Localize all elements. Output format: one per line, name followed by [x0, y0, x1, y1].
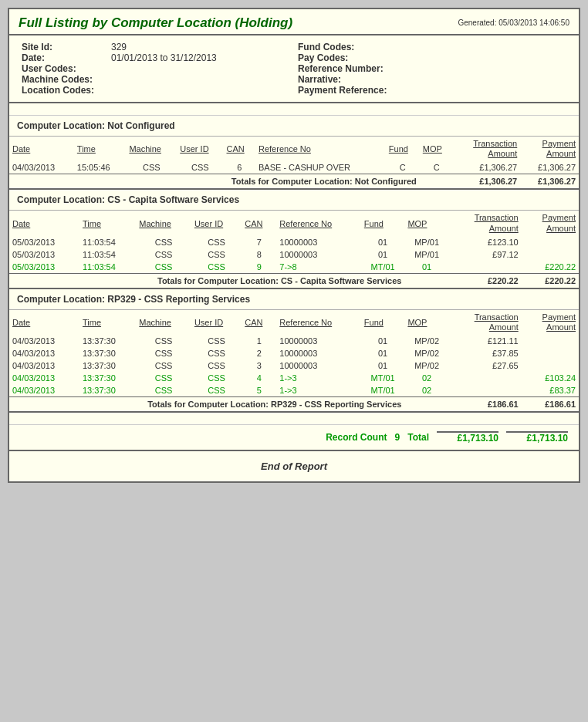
report-title: Full Listing by Computer Location (Holdi…	[19, 15, 292, 31]
totals-transaction-rp329: £186.61	[449, 397, 522, 412]
table-not-configured: Date Time Machine User ID CAN Reference …	[9, 137, 579, 188]
col-mop-3: MOP	[404, 310, 448, 335]
table-row: 04/03/201313:37:30CSSCSS31000000301MP/02…	[9, 359, 579, 372]
table-header-row-2: Date Time Machine User ID CAN Reference …	[9, 211, 579, 235]
col-machine-3: Machine	[136, 310, 191, 335]
col-reference-no-3: Reference No	[276, 310, 361, 335]
narrative-row: Narrative:	[298, 74, 566, 85]
machine-codes-row: Machine Codes:	[22, 74, 290, 85]
col-user-id-2: User ID	[191, 211, 242, 235]
section-title-capita: Computer Location: CS - Capita Software …	[9, 190, 579, 211]
table-header-row-3: Date Time Machine User ID CAN Reference …	[9, 310, 579, 335]
col-fund-3: Fund	[361, 310, 405, 335]
col-time-3: Time	[79, 310, 136, 335]
date-label: Date:	[22, 52, 106, 63]
fund-codes-row: Fund Codes:	[298, 42, 566, 52]
date-row: Date: 01/01/2013 to 31/12/2013	[22, 52, 290, 63]
totals-payment-not-configured: £1,306.27	[520, 174, 579, 189]
record-count-value: 9	[395, 432, 400, 443]
col-reference-no: Reference No	[255, 137, 386, 161]
payment-ref-label: Payment Reference:	[298, 85, 387, 96]
table-row: 04/03/201313:37:30CSSCSS51->3MT/0102£83.…	[9, 384, 579, 397]
table-row: 04/03/201313:37:30CSSCSS21000000301MP/02…	[9, 347, 579, 359]
totals-label-capita: Totals for Computer Location: CS - Capit…	[9, 273, 404, 288]
col-date: Date	[9, 137, 74, 161]
totals-row-rp329: Totals for Computer Location: RP329 - CS…	[9, 397, 579, 412]
table-row: 05/03/201311:03:54CSSCSS81000000301MP/01…	[9, 248, 579, 261]
totals-row-not-configured: Totals for Computer Location: Not Config…	[9, 174, 579, 189]
col-date-3: Date	[9, 310, 79, 335]
ref-number-row: Reference Number:	[298, 63, 566, 74]
report-header: Full Listing by Computer Location (Holdi…	[9, 9, 579, 35]
col-transaction-amount-2: TransactionAmount	[449, 211, 522, 235]
totals-label-not-configured: Totals for Computer Location: Not Config…	[9, 174, 420, 189]
spacer-2	[9, 413, 579, 425]
end-of-report: End of Report	[9, 451, 579, 481]
record-count-label: Record Count	[326, 432, 387, 443]
col-transaction-amount-3: TransactionAmount	[449, 310, 522, 335]
col-time-2: Time	[79, 211, 136, 235]
record-count-row: Record Count 9 Total £1,713.10 £1,713.10	[17, 431, 571, 444]
meta-right: Fund Codes: Pay Codes: Reference Number:…	[298, 42, 566, 96]
report-page: Full Listing by Computer Location (Holdi…	[8, 8, 580, 483]
table-row: 04/03/201313:37:30CSSCSS41->3MT/0102£103…	[9, 372, 579, 384]
col-user-id: User ID	[177, 137, 223, 161]
col-date-2: Date	[9, 211, 79, 235]
table-capita: Date Time Machine User ID CAN Reference …	[9, 211, 579, 287]
totals-transaction-not-configured: £1,306.27	[454, 174, 520, 189]
fund-codes-label: Fund Codes:	[298, 42, 383, 52]
table-rp329: Date Time Machine User ID CAN Reference …	[9, 310, 579, 411]
footer-section: Record Count 9 Total £1,713.10 £1,713.10	[9, 425, 579, 451]
totals-payment-capita: £220.22	[522, 273, 579, 288]
totals-transaction-capita: £220.22	[449, 273, 522, 288]
table-row: 05/03/201311:03:54CSSCSS71000000301MP/01…	[9, 236, 579, 248]
ref-number-label: Reference Number:	[298, 63, 384, 74]
col-fund-2: Fund	[361, 211, 405, 235]
footer-total-payment: £1,713.10	[506, 431, 568, 444]
meta-left: Site Id: 329 Date: 01/01/2013 to 31/12/2…	[22, 42, 290, 96]
location-codes-row: Location Codes:	[22, 85, 290, 96]
col-mop: MOP	[420, 137, 454, 161]
section-title-rp329: Computer Location: RP329 - CSS Reporting…	[9, 289, 579, 310]
col-time: Time	[74, 137, 127, 161]
machine-codes-label: Machine Codes:	[22, 74, 106, 85]
user-codes-label: User Codes:	[22, 63, 106, 74]
site-id-value: 329	[111, 42, 127, 52]
section-title-not-configured: Computer Location: Not Configured	[9, 116, 579, 137]
col-can-2: CAN	[242, 211, 276, 235]
col-payment-amount-2: PaymentAmount	[522, 211, 579, 235]
site-id-label: Site Id:	[22, 42, 106, 52]
footer-total-transaction: £1,713.10	[437, 431, 498, 444]
col-can: CAN	[223, 137, 255, 161]
col-can-3: CAN	[242, 310, 276, 335]
col-machine-2: Machine	[136, 211, 191, 235]
col-reference-no-2: Reference No	[276, 211, 361, 235]
table-row: 05/03/201311:03:54CSSCSS97->8MT/0101£220…	[9, 261, 579, 274]
table-header-row: Date Time Machine User ID CAN Reference …	[9, 137, 579, 161]
site-id-row: Site Id: 329	[22, 42, 290, 52]
col-payment-amount: PaymentAmount	[520, 137, 579, 161]
col-transaction-amount: TransactionAmount	[454, 137, 520, 161]
narrative-label: Narrative:	[298, 74, 383, 85]
col-user-id-3: User ID	[191, 310, 242, 335]
pay-codes-row: Pay Codes:	[298, 52, 566, 63]
user-codes-row: User Codes:	[22, 63, 290, 74]
section-capita: Computer Location: CS - Capita Software …	[9, 190, 579, 288]
totals-label-rp329: Totals for Computer Location: RP329 - CS…	[9, 397, 404, 412]
col-payment-amount-3: PaymentAmount	[522, 310, 579, 335]
totals-payment-rp329: £186.61	[522, 397, 579, 412]
payment-ref-row: Payment Reference:	[298, 85, 566, 96]
generated-timestamp: Generated: 05/03/2013 14:06:50	[458, 19, 569, 27]
section-not-configured: Computer Location: Not Configured Date T…	[9, 116, 579, 190]
col-machine: Machine	[126, 137, 177, 161]
totals-row-capita: Totals for Computer Location: CS - Capit…	[9, 273, 579, 288]
location-codes-label: Location Codes:	[22, 85, 106, 96]
col-mop-2: MOP	[404, 211, 448, 235]
pay-codes-label: Pay Codes:	[298, 52, 383, 63]
table-row: 04/03/201315:05:46CSSCSS6BASE - CASHUP O…	[9, 161, 579, 174]
date-value: 01/01/2013 to 31/12/2013	[111, 52, 217, 63]
col-fund: Fund	[386, 137, 420, 161]
spacer	[9, 103, 579, 116]
total-label: Total	[407, 432, 429, 443]
table-row: 04/03/201313:37:30CSSCSS11000000301MP/02…	[9, 335, 579, 347]
